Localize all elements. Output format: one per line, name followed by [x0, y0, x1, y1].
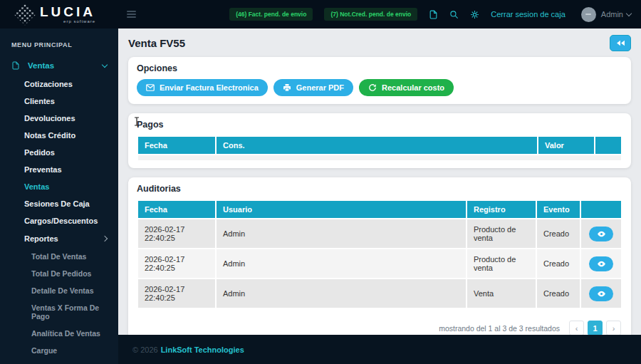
document-icon[interactable]: [429, 10, 438, 19]
pagos-col-fecha: Fecha: [138, 137, 215, 154]
rewind-icon: [616, 39, 625, 47]
sidebar: MENU PRINCIPAL Ventas Cotizaciones Clien…: [0, 28, 118, 364]
auditorias-col-actions: [581, 201, 621, 218]
auditorias-col-fecha: Fecha: [138, 201, 215, 218]
chevron-down-icon: [626, 10, 632, 16]
audit-evento: Creado: [537, 249, 580, 278]
auditorias-col-evento: Evento: [537, 201, 580, 218]
audit-actions-cell: [581, 279, 621, 308]
audit-actions-cell: [581, 249, 621, 278]
table-row: 2026-02-17 22:40:25 Admin Venta Creado: [138, 279, 621, 308]
sidebar-item-ventas-parent[interactable]: Ventas: [0, 56, 118, 76]
sidebar-item-analitica-de-ventas[interactable]: Analítica De Ventas: [0, 325, 118, 342]
sidebar-item-cargos-descuentos[interactable]: Cargos/Descuentos: [0, 212, 118, 229]
sidebar-item-notas-credito[interactable]: Notas Crédito: [0, 127, 118, 144]
envelope-icon: [146, 84, 155, 91]
pagos-title: Pagos: [137, 120, 622, 130]
sidebar-item-reportes[interactable]: Reportes: [0, 229, 118, 248]
eye-icon: [597, 289, 606, 298]
pagos-col-actions: [595, 137, 621, 154]
opciones-title: Opciones: [137, 63, 622, 73]
audit-registro: Venta: [467, 279, 536, 308]
brand-name: LUCIA: [40, 6, 95, 19]
eye-icon: [597, 229, 606, 239]
page-title: Venta FV55: [128, 37, 185, 49]
table-row: 2026-02-17 22:40:25 Admin Producto de ve…: [138, 249, 621, 278]
audit-fecha: 2026-02-17 22:40:25: [138, 279, 215, 308]
pagination-page-1-button[interactable]: 1: [588, 321, 603, 335]
sidebar-item-ventas-x-forma-de-pago[interactable]: Ventas X Forma De Pago: [0, 299, 118, 325]
sidebar-item-total-de-ventas[interactable]: Total De Ventas: [0, 248, 118, 265]
top-navbar: LUCIA erp software (46) Fact. pend. de e…: [0, 0, 641, 28]
sidebar-item-clientes[interactable]: Clientes: [0, 93, 118, 110]
sidebar-item-devoluciones[interactable]: Devoluciones: [0, 110, 118, 127]
sidebar-parent-label: Ventas: [28, 61, 54, 70]
view-audit-button[interactable]: [589, 227, 613, 241]
sidebar-item-cotizaciones[interactable]: Cotizaciones: [0, 76, 118, 93]
chevron-down-icon: [102, 62, 108, 68]
avatar[interactable]: [581, 7, 596, 22]
auditorias-table: Fecha Usuario Registro Evento 2026-02-17…: [137, 199, 622, 309]
audit-usuario: Admin: [217, 219, 466, 248]
table-row: 2026-02-17 22:40:25 Admin Producto de ve…: [138, 219, 621, 248]
brand-tagline: erp software: [63, 19, 95, 24]
auditorias-col-usuario: Usuario: [217, 201, 466, 218]
sidebar-item-sesiones-de-caja[interactable]: Sesiones De Caja: [0, 195, 118, 212]
gear-icon[interactable]: [470, 10, 479, 19]
close-cash-session-link[interactable]: Cerrar sesion de caja: [491, 10, 566, 19]
audit-usuario: Admin: [217, 279, 466, 308]
brand-logo: LUCIA erp software: [0, 6, 118, 24]
pending-invoices-badge[interactable]: (46) Fact. pend. de envio: [229, 8, 313, 21]
audit-evento: Creado: [537, 219, 580, 248]
sidebar-item-cargue[interactable]: Cargue: [0, 342, 118, 359]
sidebar-reportes-label: Reportes: [24, 234, 58, 243]
text-cursor-pointer: [134, 117, 140, 126]
audit-actions-cell: [581, 219, 621, 248]
audit-registro: Producto de venta: [467, 219, 536, 248]
main-content: Venta FV55 Opciones Enviar Factura Elect…: [118, 28, 641, 335]
opciones-card: Opciones Enviar Factura Electronica Gene…: [128, 57, 631, 104]
view-audit-button[interactable]: [589, 256, 613, 271]
audit-fecha: 2026-02-17 22:40:25: [138, 249, 215, 278]
sidebar-item-pedidos[interactable]: Pedidos: [0, 144, 118, 161]
user-menu-label[interactable]: Admin: [601, 10, 623, 19]
sidebar-item-total-de-pedidos[interactable]: Total De Pedidos: [0, 265, 118, 282]
pagos-col-cons: Cons.: [217, 137, 537, 154]
pagination-next-button[interactable]: ›: [606, 321, 621, 335]
back-collapse-button[interactable]: [610, 35, 631, 51]
recalculate-cost-button[interactable]: Recalcular costo: [359, 79, 454, 96]
pagination-summary: mostrando del 1 al 3 de 3 resultados: [439, 324, 560, 333]
pagination-prev-button[interactable]: ‹: [569, 321, 584, 335]
audit-registro: Producto de venta: [467, 249, 536, 278]
pagos-col-valor: Valor: [538, 137, 594, 154]
copyright-text: © 2026: [132, 345, 158, 354]
chevron-right-icon: [102, 236, 108, 241]
file-icon: [11, 61, 20, 70]
refresh-icon: [368, 83, 377, 92]
view-audit-button[interactable]: [589, 286, 613, 301]
sidebar-item-ventas[interactable]: Ventas: [0, 178, 118, 195]
sidebar-item-detalle-de-ventas[interactable]: Detalle De Ventas: [0, 282, 118, 299]
pagos-empty-row: [138, 155, 621, 160]
audit-usuario: Admin: [217, 249, 466, 278]
pagination: mostrando del 1 al 3 de 3 resultados ‹ 1…: [138, 321, 621, 335]
hamburger-menu-icon[interactable]: [127, 9, 136, 19]
search-icon[interactable]: [449, 10, 459, 19]
send-electronic-invoice-button[interactable]: Enviar Factura Electronica: [137, 79, 268, 96]
generate-pdf-button[interactable]: Generar PDF: [273, 79, 353, 96]
auditorias-col-registro: Registro: [467, 201, 536, 218]
logo-diamond-icon: [14, 3, 36, 25]
audit-fecha: 2026-02-17 22:40:25: [138, 219, 215, 248]
pagos-card: Pagos Fecha Cons. Valor: [128, 113, 631, 168]
footer: © 2026 LinkSoft Technologies: [118, 335, 641, 364]
audit-evento: Creado: [537, 279, 580, 308]
sidebar-item-preventas[interactable]: Preventas: [0, 161, 118, 178]
pending-credit-notes-badge[interactable]: (7) Not.Cred. pend. de envio: [324, 8, 417, 21]
sidebar-item-notas-credito-reporte[interactable]: Notas Crédito: [0, 359, 118, 364]
company-link[interactable]: LinkSoft Technologies: [161, 345, 244, 354]
auditorias-card: Auditorias Fecha Usuario Registro Evento…: [128, 177, 631, 335]
eye-icon: [597, 259, 606, 269]
pagos-table: Fecha Cons. Valor: [137, 135, 622, 162]
auditorias-title: Auditorias: [137, 184, 622, 194]
printer-icon: [283, 83, 291, 92]
